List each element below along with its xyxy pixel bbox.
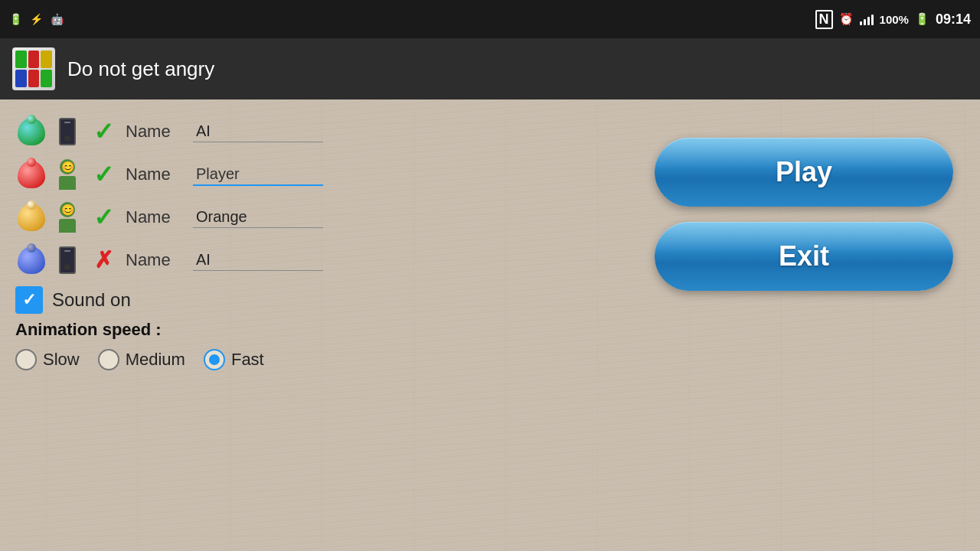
name-input-2[interactable] [193, 164, 323, 186]
app-icon [12, 47, 55, 90]
speed-options: Slow Medium Fast [15, 349, 643, 370]
sound-section: Sound on [15, 286, 643, 314]
status-bar: 🔋 ⚡ 🤖 N ⏰ 100% 🔋 09:14 [0, 0, 980, 38]
human-body-2 [59, 176, 76, 190]
signal-icon [860, 13, 874, 25]
radio-medium[interactable] [98, 349, 119, 370]
player-type-human-3[interactable] [54, 201, 81, 234]
sound-label: Sound on [52, 289, 131, 311]
speed-title: Animation speed : [15, 320, 643, 340]
usb-icon: ⚡ [30, 13, 43, 25]
clock: 09:14 [936, 11, 971, 28]
phone-icon-1 [59, 118, 76, 145]
player-piece-green [15, 116, 47, 148]
speed-label-slow: Slow [43, 350, 80, 370]
speed-option-slow[interactable]: Slow [15, 349, 80, 370]
status-right-icons: N ⏰ 100% 🔋 09:14 [815, 10, 971, 29]
check-icon-2[interactable]: ✓ [87, 162, 119, 187]
play-button[interactable]: Play [655, 138, 953, 207]
name-input-3[interactable] [193, 207, 323, 228]
left-panel: ✓ Name ✓ Name [15, 115, 643, 536]
human-head-2 [60, 159, 75, 174]
sound-checkbox[interactable] [15, 286, 43, 314]
icon-piece-6 [41, 70, 52, 87]
nfc-icon: N [815, 10, 833, 29]
name-label-2: Name [126, 165, 187, 184]
radio-fast-inner [209, 354, 220, 365]
speed-option-fast[interactable]: Fast [204, 349, 264, 370]
exit-button[interactable]: Exit [655, 222, 953, 291]
name-label-4: Name [126, 250, 187, 270]
player-type-ai-4[interactable] [54, 243, 81, 277]
player-type-ai-1[interactable] [54, 115, 81, 148]
radio-fast[interactable] [204, 349, 225, 370]
human-icon-3 [55, 202, 80, 233]
speed-label-fast: Fast [231, 350, 264, 370]
icon-piece-4 [15, 70, 27, 87]
name-label-3: Name [126, 207, 187, 227]
human-body-3 [59, 219, 76, 233]
player-row-3: ✓ Name [15, 201, 643, 234]
green-piece [18, 118, 45, 145]
battery-status-icon: 🔋 [9, 13, 22, 25]
android-icon: 🤖 [51, 13, 64, 25]
main-content: ✓ Name ✓ Name [0, 99, 980, 551]
alarm-icon: ⏰ [839, 12, 854, 26]
yellow-piece [18, 204, 45, 231]
cross-icon-4[interactable]: ✗ [87, 249, 119, 272]
player-row-4: ✗ Name [15, 243, 643, 277]
app-bar: Do not get angry [0, 38, 980, 99]
human-icon-2 [55, 159, 80, 190]
player-piece-yellow [15, 201, 47, 233]
player-piece-blue [15, 244, 47, 276]
icon-piece-3 [41, 51, 52, 68]
speed-section: Animation speed : Slow Medium Fast [15, 320, 643, 370]
human-head-3 [60, 202, 75, 217]
red-piece [18, 161, 45, 188]
icon-piece-1 [15, 51, 27, 68]
speed-label-medium: Medium [126, 350, 185, 370]
name-input-1[interactable] [193, 121, 323, 142]
status-left-icons: 🔋 ⚡ 🤖 [9, 13, 64, 25]
radio-slow[interactable] [15, 349, 37, 370]
blue-piece [18, 246, 45, 274]
icon-piece-5 [28, 70, 40, 87]
player-row-2: ✓ Name [15, 158, 643, 191]
player-type-human-2[interactable] [54, 158, 81, 191]
app-title: Do not get angry [67, 57, 214, 81]
phone-icon-4 [59, 246, 76, 274]
player-piece-red [15, 158, 47, 191]
name-label-1: Name [126, 122, 187, 142]
check-icon-1[interactable]: ✓ [87, 119, 119, 144]
battery-percentage: 100% [880, 13, 909, 26]
icon-piece-2 [28, 51, 40, 68]
battery-icon: 🔋 [915, 12, 929, 26]
player-row-1: ✓ Name [15, 115, 643, 148]
name-input-4[interactable] [193, 249, 323, 271]
check-icon-3[interactable]: ✓ [87, 205, 119, 230]
right-panel: Play Exit [643, 115, 965, 536]
speed-option-medium[interactable]: Medium [98, 349, 185, 370]
